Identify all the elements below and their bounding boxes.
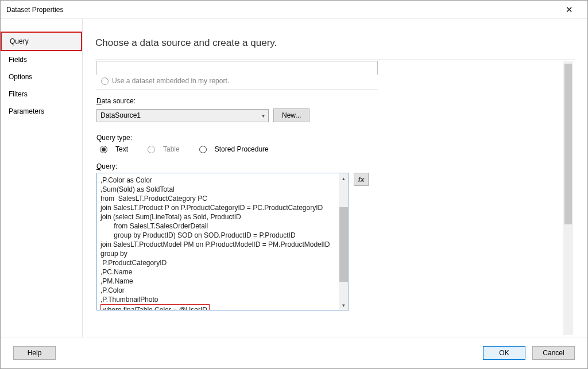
sidebar-item-parameters[interactable]: Parameters [1, 103, 82, 120]
query-type-sp-radio[interactable] [199, 146, 207, 153]
cancel-button[interactable]: Cancel [532, 346, 575, 360]
sidebar: Query Fields Options Filters Parameters [1, 19, 83, 337]
main-panel: Choose a data source and create a query.… [83, 19, 587, 337]
sidebar-item-fields[interactable]: Fields [1, 51, 82, 68]
page-heading: Choose a data source and create a query. [95, 37, 575, 49]
dataset-name-field[interactable]: Dataset1 [96, 61, 378, 75]
query-textarea[interactable]: ,P.Color as Color ,Sum(Sold) as SoldTota… [96, 173, 349, 310]
query-type-label: Query type: [96, 134, 561, 142]
query-text-content: ,P.Color as Color ,Sum(Sold) as SoldTota… [97, 173, 349, 310]
query-type-text-radio[interactable] [100, 146, 107, 153]
dialog-body: Query Fields Options Filters Parameters … [1, 19, 587, 337]
query-type-sp-label: Stored Procedure [215, 145, 269, 153]
window-title: Dataset Properties [6, 6, 556, 14]
new-data-source-button[interactable]: New... [273, 108, 310, 122]
query-vertical-scrollbar[interactable]: ▴ ▾ [339, 173, 349, 310]
panel-vertical-scrollbar[interactable] [563, 61, 573, 335]
sidebar-item-options[interactable]: Options [1, 68, 82, 86]
close-button[interactable]: ✕ [556, 1, 582, 18]
query-label: Query: [96, 162, 561, 170]
sidebar-item-query[interactable]: Query [1, 32, 82, 51]
embedded-dataset-label: Use a dataset embedded in my report. [112, 77, 229, 85]
titlebar: Dataset Properties ✕ [1, 1, 587, 19]
data-source-label: Data source: [96, 97, 561, 105]
scroll-thumb[interactable] [339, 207, 348, 282]
dialog-footer: Help OK Cancel [1, 337, 587, 368]
main-scroll-area: Dataset1 Use a dataset embedded in my re… [95, 59, 575, 337]
chevron-down-icon: ▾ [262, 112, 265, 119]
sidebar-item-filters[interactable]: Filters [1, 86, 82, 103]
ok-button[interactable]: OK [483, 346, 525, 360]
help-button[interactable]: Help [13, 346, 56, 360]
embedded-dataset-radio[interactable] [101, 77, 109, 85]
query-type-text-label: Text [115, 145, 128, 153]
scroll-down-icon[interactable]: ▾ [339, 300, 349, 310]
highlighted-where-clause: where finalTable.Color = @UserID [100, 304, 210, 310]
query-type-table-label: Table [163, 145, 180, 153]
query-type-table-radio[interactable] [148, 146, 155, 153]
dialog-window: Dataset Properties ✕ Query Fields Option… [0, 0, 588, 369]
fx-icon: fx [358, 176, 365, 184]
data-source-combo[interactable]: DataSource1 ▾ [96, 109, 269, 122]
scroll-up-icon[interactable]: ▴ [339, 173, 349, 183]
panel-scroll-thumb[interactable] [564, 64, 572, 224]
expression-button[interactable]: fx [354, 173, 369, 186]
